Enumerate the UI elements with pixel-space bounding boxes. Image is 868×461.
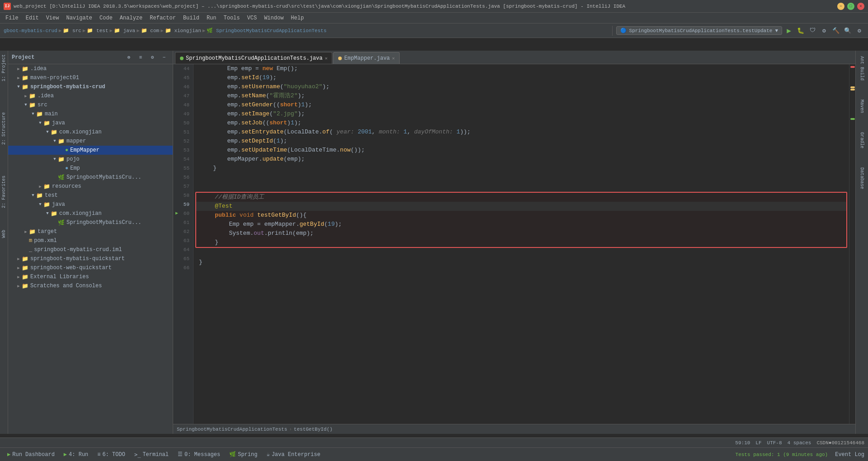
tool-tab-run-dashboard[interactable]: ▶ Run Dashboard <box>4 450 58 459</box>
run-button[interactable]: ▶ <box>784 26 794 36</box>
bc-java[interactable]: 📁 java <box>114 28 135 33</box>
side-web-label[interactable]: Web <box>1 228 7 240</box>
interface-icon: ● <box>65 147 68 153</box>
tree-item-springbootquick[interactable]: ▶ 📁 springboot-mybatis-quickstart <box>8 254 173 263</box>
bc-test[interactable]: 📁 test <box>87 28 108 33</box>
code-content[interactable]: Emp emp = new Emp(); emp.setId(19); emp.… <box>193 64 849 424</box>
menu-edit[interactable]: Edit <box>22 14 42 22</box>
tree-item-pomxml[interactable]: m pom.xml <box>8 236 173 245</box>
tool-tab-messages[interactable]: ☰ 0: Messages <box>174 450 224 459</box>
coverage-button[interactable]: 🛡 <box>807 26 817 36</box>
side-gradle-label[interactable]: Gradle <box>859 130 865 150</box>
tree-item-idea2[interactable]: ▶ 📁 .idea <box>8 91 173 100</box>
menu-vcs[interactable]: VCS <box>244 14 261 22</box>
bc-xiongjian[interactable]: 📁 xiongjian <box>165 28 201 33</box>
run-gutter-60[interactable]: ▶ <box>174 211 179 216</box>
menu-window[interactable]: Window <box>260 14 287 22</box>
bc-src[interactable]: 📁 src <box>63 28 81 33</box>
window-controls[interactable]: − □ ✕ <box>837 3 864 10</box>
tree-item-springbootapp[interactable]: 🌿 SpringbootMybatisCru... <box>8 173 173 182</box>
tree-item-main[interactable]: ▼ 📁 main <box>8 109 173 119</box>
sidebar-settings-btn[interactable]: ⚙ <box>147 52 157 62</box>
tree-item-maven[interactable]: ▶ 📁 maven-project01 <box>8 73 173 82</box>
side-database-label[interactable]: Database <box>859 166 865 191</box>
menu-run[interactable]: Run <box>203 14 220 22</box>
menu-help[interactable]: Help <box>287 14 307 22</box>
tab-close-mapper[interactable]: ✕ <box>392 56 395 61</box>
tree-label: java <box>52 201 65 208</box>
debug-button[interactable]: 🐛 <box>796 26 806 36</box>
tree-item-target[interactable]: ▶ 📁 target <box>8 227 173 236</box>
breadcrumb-left: gboot-mybatis-crud ▶ 📁 src ▶ 📁 test ▶ 📁 … <box>0 28 612 33</box>
tree-item-comxiongjian[interactable]: ▼ 📁 com.xiongjian <box>8 128 173 137</box>
run-config-selector[interactable]: 🔵 SpringbootMybatisCrudApplicationTests.… <box>616 26 782 35</box>
tree-item-src[interactable]: ▼ 📁 src <box>8 100 173 109</box>
menu-build[interactable]: Build <box>179 14 203 22</box>
sidebar-close-btn[interactable]: − <box>159 52 169 62</box>
tree-item-springboottest[interactable]: 🌿 SpringbootMybatisCru... <box>8 218 173 227</box>
folder-icon: 📁 <box>29 93 36 100</box>
close-button[interactable]: ✕ <box>857 3 864 10</box>
tree-item-java-test[interactable]: ▼ 📁 java <box>8 200 173 209</box>
profiler-button[interactable]: ⚙ <box>819 26 829 36</box>
menu-file[interactable]: File <box>2 14 22 22</box>
tree-item-idea1[interactable]: ▶ 📁 .idea <box>8 64 173 73</box>
spring-icon: 🌿 <box>58 174 65 181</box>
search-everywhere-button[interactable]: 🔍 <box>843 26 853 36</box>
menu-code[interactable]: Code <box>96 14 116 22</box>
maximize-button[interactable]: □ <box>847 3 854 10</box>
menu-analyze[interactable]: Analyze <box>116 14 146 22</box>
editor-bc-method[interactable]: testGetById() <box>294 427 333 432</box>
tree-label: springboot-web-quickstart <box>30 265 112 271</box>
tool-tab-java-enterprise[interactable]: ☕ Java Enterprise <box>263 450 324 459</box>
editor-bc-class[interactable]: SpringbootMybatisCrudApplicationTests <box>177 427 287 432</box>
menu-navigate[interactable]: Navigate <box>62 14 96 22</box>
tree-item-pojo[interactable]: ▼ 📁 pojo <box>8 155 173 164</box>
menu-tools[interactable]: Tools <box>220 14 244 22</box>
side-ant-label[interactable]: Ant Build <box>859 54 865 82</box>
tree-item-emp[interactable]: ● Emp <box>8 164 173 173</box>
event-log-btn[interactable]: Event Log <box>835 451 864 458</box>
side-project-label[interactable]: 1: Project <box>1 52 7 83</box>
tree-item-extlibs[interactable]: ▶ 📁 External Libraries <box>8 272 173 281</box>
settings-button[interactable]: ⚙ <box>854 26 864 36</box>
tree-item-scratches[interactable]: ▶ 📁 Scratches and Consoles <box>8 281 173 290</box>
build-button[interactable]: 🔨 <box>831 26 841 36</box>
tab-close-tests[interactable]: ✕ <box>325 56 327 61</box>
tree-item-mapper[interactable]: ▼ 📁 mapper <box>8 137 173 146</box>
minimize-button[interactable]: − <box>837 3 844 10</box>
tree-item-test[interactable]: ▼ 📁 test <box>8 191 173 200</box>
tool-tab-spring[interactable]: 🌿 Spring <box>226 450 261 459</box>
bc-root[interactable]: gboot-mybatis-crud <box>4 28 57 33</box>
tab-indicator-yellow <box>338 57 342 60</box>
tree-item-iml[interactable]: _ springboot-mybatis-crud.iml <box>8 245 173 254</box>
tree-item-comxiongjian2[interactable]: ▼ 📁 com.xiongjian <box>8 209 173 218</box>
menu-refactor[interactable]: Refactor <box>146 14 179 22</box>
bc-class[interactable]: 🌿 SpringbootMybatisCrudApplicationTests <box>207 28 326 33</box>
bc-com[interactable]: 📁 com <box>141 28 159 33</box>
tool-tab-run4[interactable]: ▶ 4: Run <box>60 450 92 459</box>
ln-56: 56 <box>173 173 193 182</box>
xml-icon: m <box>29 238 32 244</box>
tool-tab-terminal[interactable]: >_ Terminal <box>131 451 172 459</box>
encoding: UTF-8 <box>767 440 782 446</box>
tree-item-springwebquick[interactable]: ▶ 📁 springboot-web-quickstart <box>8 263 173 272</box>
tree-label: Scratches and Consoles <box>30 283 102 289</box>
tree-item-resources[interactable]: ▶ 📁 resources <box>8 182 173 191</box>
side-maven-label[interactable]: Maven <box>859 98 865 115</box>
tree-item-java[interactable]: ▼ 📁 java <box>8 119 173 128</box>
tab-bar: SpringbootMybatisCrudApplicationTests.ja… <box>173 51 855 64</box>
warning-mark-2 <box>850 89 855 90</box>
tab-mapper[interactable]: EmpMapper.java ✕ <box>333 52 400 64</box>
sidebar-gear-btn[interactable]: ≡ <box>136 52 146 62</box>
sidebar-scope-btn[interactable]: ⊕ <box>124 52 134 62</box>
side-favorites-label[interactable]: 2: Favorites <box>1 174 7 210</box>
tool-tab-todo[interactable]: ≡ 6: TODO <box>94 451 129 459</box>
tab-tests[interactable]: SpringbootMybatisCrudApplicationTests.ja… <box>175 52 332 64</box>
side-structure-label[interactable]: 2: Structure <box>1 110 7 147</box>
sidebar-title: Project <box>12 54 120 61</box>
tree-item-empmapper[interactable]: ● EmpMapper <box>8 146 173 155</box>
tree-item-springboot[interactable]: ▼ 📁 springboot-mybatis-crud <box>8 82 173 91</box>
folder-icon: 📁 <box>22 265 28 271</box>
menu-view[interactable]: View <box>42 14 63 22</box>
